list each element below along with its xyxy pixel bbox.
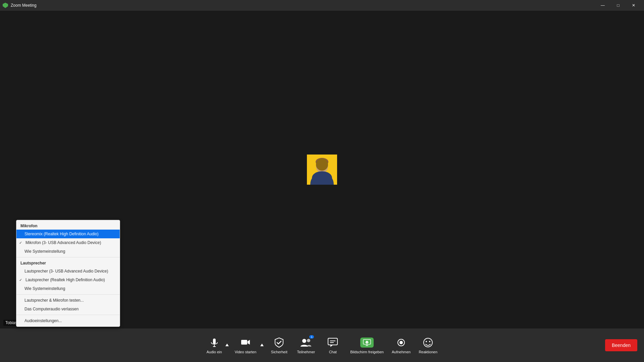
reactions-button[interactable]: Reaktionen xyxy=(415,334,441,357)
mikrofon-item-2[interactable]: Mikrofon (3- USB Advanced Audio Device) xyxy=(16,238,120,247)
maximize-button[interactable]: □ xyxy=(610,0,626,11)
svg-rect-11 xyxy=(241,340,247,345)
title-bar-left: Zoom Meeting xyxy=(3,3,37,8)
participants-badge: 1 xyxy=(309,335,314,339)
shield-icon xyxy=(3,3,8,8)
mikrofon-item-3-label: Wie Systemeinstellung xyxy=(24,249,65,254)
participant-avatar xyxy=(307,155,337,185)
audio-button[interactable]: Audio ein xyxy=(203,334,224,357)
svg-point-27 xyxy=(429,341,430,342)
svg-point-3 xyxy=(319,165,321,168)
security-icon xyxy=(273,337,285,349)
test-audio-label: Lautsprecher & Mikrofon testen... xyxy=(24,298,84,303)
close-button[interactable]: ✕ xyxy=(626,0,641,11)
video-section[interactable]: Video starten xyxy=(231,334,266,357)
svg-point-5 xyxy=(319,166,320,168)
record-label: Aufnehmen xyxy=(392,350,411,354)
participants-icon: 1 xyxy=(300,337,312,349)
svg-marker-12 xyxy=(248,340,250,345)
audio-label: Audio ein xyxy=(207,350,222,354)
participants-button[interactable]: 1 Teilnehmer xyxy=(292,334,319,357)
toolbar: Audio ein Video starten xyxy=(0,328,644,362)
avatar-svg xyxy=(307,155,337,185)
svg-point-4 xyxy=(323,165,325,168)
title-bar: Zoom Meeting — □ ✕ xyxy=(0,0,644,11)
svg-marker-13 xyxy=(260,344,264,346)
leave-audio-item[interactable]: Das Computeraudio verlassen xyxy=(16,305,120,313)
svg-rect-16 xyxy=(328,338,337,345)
participants-label: Teilnehmer xyxy=(297,350,315,354)
lautsprecher-item-3-label: Wie Systemeinstellung xyxy=(24,286,65,291)
video-icon xyxy=(239,337,252,349)
chat-icon xyxy=(327,337,339,349)
reactions-label: Reaktionen xyxy=(419,350,437,354)
svg-point-6 xyxy=(324,166,325,168)
chat-label: Chat xyxy=(329,350,337,354)
mikrofon-item-1[interactable]: Stereomix (Realtek High Definition Audio… xyxy=(16,230,120,238)
share-screen-button[interactable]: Bildschirm freigeben xyxy=(346,334,388,357)
svg-point-26 xyxy=(426,341,427,342)
menu-divider-3 xyxy=(16,315,120,315)
reactions-icon xyxy=(422,337,434,349)
audio-settings-label: Audioeinstellungen... xyxy=(24,318,62,323)
video-button[interactable]: Video starten xyxy=(231,334,259,357)
audio-section[interactable]: Audio ein xyxy=(203,334,231,357)
lautsprecher-item-1-label: Lautsprecher (3- USB Advanced Audio Devi… xyxy=(24,269,108,274)
lautsprecher-header: Lautsprecher xyxy=(16,259,120,267)
title-bar-controls[interactable]: — □ ✕ xyxy=(595,0,641,11)
share-screen-icon xyxy=(361,337,373,349)
mikrofon-header: Mikrofon xyxy=(16,222,120,230)
lautsprecher-item-2-label: Lautsprecher (Realtek High Definition Au… xyxy=(25,278,105,282)
share-screen-label: Bildschirm freigeben xyxy=(350,350,384,354)
leave-audio-label: Das Computeraudio verlassen xyxy=(24,307,78,311)
video-label: Video starten xyxy=(235,350,257,354)
security-label: Sicherheit xyxy=(271,350,287,354)
record-icon xyxy=(395,337,407,349)
svg-marker-22 xyxy=(365,341,369,344)
lautsprecher-item-2[interactable]: Lautsprecher (Realtek High Definition Au… xyxy=(16,276,120,284)
menu-divider-1 xyxy=(16,257,120,257)
window-title: Zoom Meeting xyxy=(11,3,37,8)
lautsprecher-item-3[interactable]: Wie Systemeinstellung xyxy=(16,284,120,293)
minimize-button[interactable]: — xyxy=(595,0,610,11)
end-meeting-button[interactable]: Beenden xyxy=(605,339,637,351)
mikrofon-item-1-label: Stereomix (Realtek High Definition Audio… xyxy=(24,232,99,236)
audio-icon xyxy=(208,337,220,349)
svg-point-14 xyxy=(302,339,306,343)
mikrofon-item-3[interactable]: Wie Systemeinstellung xyxy=(16,247,120,256)
chat-button[interactable]: Chat xyxy=(319,334,346,357)
security-button[interactable]: Sicherheit xyxy=(266,334,292,357)
test-audio-item[interactable]: Lautsprecher & Mikrofon testen... xyxy=(16,296,120,305)
svg-rect-7 xyxy=(213,339,216,344)
lautsprecher-item-1[interactable]: Lautsprecher (3- USB Advanced Audio Devi… xyxy=(16,267,120,276)
audio-chevron[interactable] xyxy=(224,341,231,350)
menu-divider-2 xyxy=(16,294,120,295)
svg-point-15 xyxy=(307,339,310,342)
svg-point-24 xyxy=(399,341,403,344)
audio-settings-item[interactable]: Audioeinstellungen... xyxy=(16,316,120,325)
svg-point-2 xyxy=(316,158,328,166)
mikrofon-item-2-label: Mikrofon (3- USB Advanced Audio Device) xyxy=(25,240,101,245)
avatar-image xyxy=(307,155,337,185)
record-button[interactable]: Aufnehmen xyxy=(388,334,415,357)
video-chevron[interactable] xyxy=(258,341,266,350)
svg-marker-10 xyxy=(225,344,229,346)
audio-dropdown-menu: Mikrofon Stereomix (Realtek High Definit… xyxy=(16,220,120,327)
